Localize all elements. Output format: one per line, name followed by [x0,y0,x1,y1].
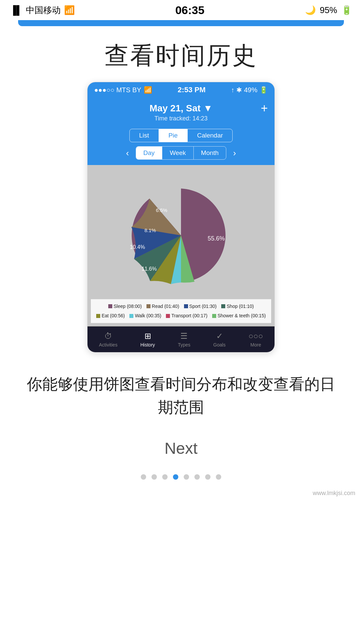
nav-goals[interactable]: ✓ Goals [213,331,226,347]
pie-svg: 55.6% 11.6% 10.4% 8.1% 6.5% [101,175,261,296]
nav-activities-label: Activities [99,342,117,347]
bottom-nav: ⏱ Activities ⊞ History ☰ Types ✓ Goals ○… [87,326,275,352]
tab-pie[interactable]: Pie [159,129,187,142]
legend-color-shop [221,304,225,308]
dot-1 [141,474,146,480]
period-week[interactable]: Week [162,147,193,159]
nav-history[interactable]: ⊞ History [140,331,155,347]
page-dots [0,464,362,486]
period-month[interactable]: Month [194,147,226,159]
nav-activities[interactable]: ⏱ Activities [99,331,117,347]
dot-5 [184,474,189,480]
dot-6 [194,474,200,480]
legend-item-shop: Shop (01:10) [221,303,254,310]
pie-chart: 55.6% 11.6% 10.4% 8.1% 6.5% [91,172,271,299]
legend-item-sport: Sport (01:30) [184,303,217,310]
status-bar: ▐▌ 中国移动 📶 06:35 🌙 95% 🔋 [0,0,362,20]
phone-battery-icon: 🔋 [259,86,268,94]
legend-color-transport [166,314,170,318]
legend-color-eat [96,314,100,318]
activities-icon: ⏱ [104,331,112,341]
legend-item-walk: Walk (00:35) [129,312,161,319]
legend-color-read [146,304,150,308]
period-day[interactable]: Day [136,147,163,159]
phone-wifi-icon: 📶 [144,86,152,94]
tab-list[interactable]: List [129,129,159,142]
add-button[interactable]: + [261,101,268,115]
dot-8 [216,474,221,480]
legend-color-sleep [108,304,112,308]
wifi-icon: 📶 [64,5,75,15]
moon-icon: 🌙 [305,5,316,15]
label-eat: 6.5% [156,207,167,213]
tab-calendar[interactable]: Calendar [187,129,233,142]
chart-area: 55.6% 11.6% 10.4% 8.1% 6.5% Sleep (08:00… [87,165,275,326]
legend-item-transport: Transport (00:17) [166,312,207,319]
phone-bluetooth-icon: ✱ [236,86,242,94]
legend-color-shower [212,314,216,318]
status-right: 🌙 95% 🔋 [305,5,352,15]
dot-7 [205,474,210,480]
period-selector: ‹ Day Week Month › [87,146,275,165]
phone-battery: 49% [244,86,257,94]
nav-more[interactable]: ○○○ More [248,331,263,347]
phone-location-icon: ↑ [231,86,234,94]
label-shop: 8.1% [144,227,156,233]
label-read: 11.6% [141,266,157,272]
chart-legend: Sleep (08:00) Read (01:40) Sport (01:30)… [91,299,271,323]
phone-mockup: ●●●○○ MTS BY 📶 2:53 PM ↑ ✱ 49% 🔋 May 21,… [87,82,275,353]
legend-color-sport [184,304,188,308]
next-arrow[interactable]: › [230,147,239,160]
more-icon: ○○○ [248,331,263,341]
phone-time: 2:53 PM [178,86,205,94]
page-title: 查看时间历史 [0,40,362,72]
view-tabs: List Pie Calendar [87,126,275,146]
battery-level: 95% [320,5,337,15]
goals-icon: ✓ [216,331,223,341]
description-text: 你能够使用饼图查看时间分布和改变查看的日期范围 [0,353,362,432]
phone-header: May 21, Sat ▼ + Time tracked: 14:23 [87,98,275,126]
legend-item-eat: Eat (00:56) [96,312,125,319]
nav-types-label: Types [178,342,190,347]
types-icon: ☰ [180,331,188,341]
nav-goals-label: Goals [213,342,226,347]
prev-arrow[interactable]: ‹ [123,147,132,160]
nav-more-label: More [250,342,261,347]
phone-status-bar: ●●●○○ MTS BY 📶 2:53 PM ↑ ✱ 49% 🔋 [87,82,275,98]
legend-color-walk [129,314,133,318]
top-strip [18,20,344,26]
phone-carrier: ●●●○○ MTS BY [94,86,141,94]
dot-2 [152,474,157,480]
label-sport: 10.4% [130,244,145,250]
legend-item-shower: Shower & teeth (00:15) [212,312,266,319]
legend-item-sleep: Sleep (08:00) [108,303,142,310]
next-button[interactable]: Next [0,432,362,464]
status-time: 06:35 [175,4,204,17]
signal-icon: ▐▌ [10,5,22,15]
history-icon: ⊞ [144,331,151,341]
legend-item-read: Read (01:40) [146,303,179,310]
battery-icon: 🔋 [341,5,352,15]
label-sleep: 55.6% [207,235,225,242]
nav-history-label: History [140,342,155,347]
watermark: www.lmkjsi.com [0,486,362,500]
dot-3 [162,474,168,480]
dropdown-icon[interactable]: ▼ [203,103,213,114]
carrier-name: 中国移动 [26,4,61,16]
status-left: ▐▌ 中国移动 📶 [10,4,75,16]
period-buttons: Day Week Month [136,146,227,160]
nav-types[interactable]: ☰ Types [178,331,190,347]
dot-4 [173,474,178,480]
time-tracked: Time tracked: 14:23 [94,115,268,122]
phone-date: May 21, Sat ▼ [149,103,213,114]
